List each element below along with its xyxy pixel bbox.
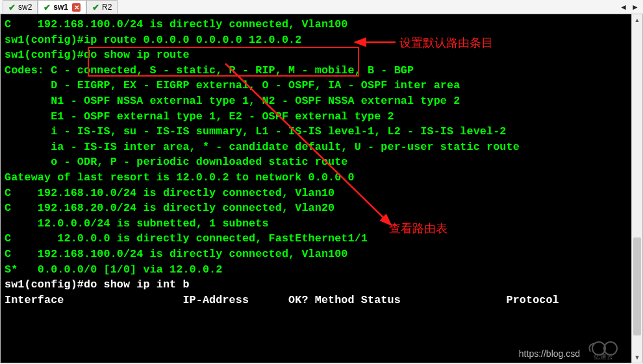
watermark-text: https://blog.csd [519,348,580,359]
scrollbar-vertical[interactable]: ▲ ▼ [631,14,642,363]
svg-text:亿速云: 亿速云 [593,353,613,360]
terminal-line: E1 - OSPF external type 1, E2 - OSPF ext… [5,109,638,125]
terminal-line: C 192.168.100.0/24 is directly connected… [5,17,638,32]
terminal-line: C 192.168.20.0/24 is directly connected,… [5,200,638,216]
scroll-up-button[interactable]: ▲ [632,14,642,25]
tab-label: R2 [102,3,112,12]
tab-sw1[interactable]: ✔sw1✕ [38,0,86,14]
terminal-line: sw1(config)#ip route 0.0.0.0 0.0.0.0 12.… [5,32,638,48]
terminal-line: C 12.0.0.0 is directly connected, FastEt… [5,231,638,247]
check-icon: ✔ [8,3,16,12]
scroll-thumb[interactable] [633,237,641,335]
tabbar: ✔sw2✔sw1✕✔R2 ◄ ► [0,0,643,14]
scroll-down-button[interactable]: ▼ [632,352,642,363]
terminal-line: o - ODR, P - periodic downloaded static … [5,154,638,170]
watermark-logo-icon: 亿速云 [584,337,629,360]
check-icon: ✔ [92,3,99,12]
terminal-wrap: C 192.168.100.0/24 is directly connected… [0,14,643,363]
terminal-line: Interface IP-Address OK? Method Status P… [5,293,638,308]
tab-label: sw1 [53,3,68,12]
tab-label: sw2 [18,3,32,12]
terminal-line: C 192.168.100.0/24 is directly connected… [5,247,638,262]
terminal-line: sw1(config)#do show ip route [5,47,638,63]
terminal[interactable]: C 192.168.100.0/24 is directly connected… [1,14,642,363]
tab-prev-button[interactable]: ◄ [618,2,629,12]
terminal-line: Codes: C - connected, S - static, R - RI… [5,63,638,79]
scroll-track[interactable] [632,25,642,352]
terminal-line: S* 0.0.0.0/0 [1/0] via 12.0.0.2 [5,262,638,278]
terminal-line: 12.0.0.0/24 is subnetted, 1 subnets [5,216,638,232]
terminal-line: N1 - OSPF NSSA external type 1, N2 - OSP… [5,93,638,109]
terminal-line: D - EIGRP, EX - EIGRP external, O - OSPF… [5,78,638,93]
check-icon: ✔ [44,3,51,12]
terminal-line: ia - IS-IS inter area, * - candidate def… [5,140,638,155]
tab-nav: ◄ ► [618,2,640,12]
tab-next-button[interactable]: ► [630,2,640,12]
tab-R2[interactable]: ✔R2 [86,0,118,14]
tab-sw2[interactable]: ✔sw2 [3,0,38,14]
tabs-container: ✔sw2✔sw1✕✔R2 [3,0,118,14]
terminal-line: C 192.168.10.0/24 is directly connected,… [5,186,638,201]
close-icon[interactable]: ✕ [72,3,81,12]
terminal-line: i - IS-IS, su - IS-IS summary, L1 - IS-I… [5,124,638,140]
terminal-line: Gateway of last resort is 12.0.0.2 to ne… [5,170,638,186]
terminal-line: sw1(config)#do show ip int b [5,277,638,293]
